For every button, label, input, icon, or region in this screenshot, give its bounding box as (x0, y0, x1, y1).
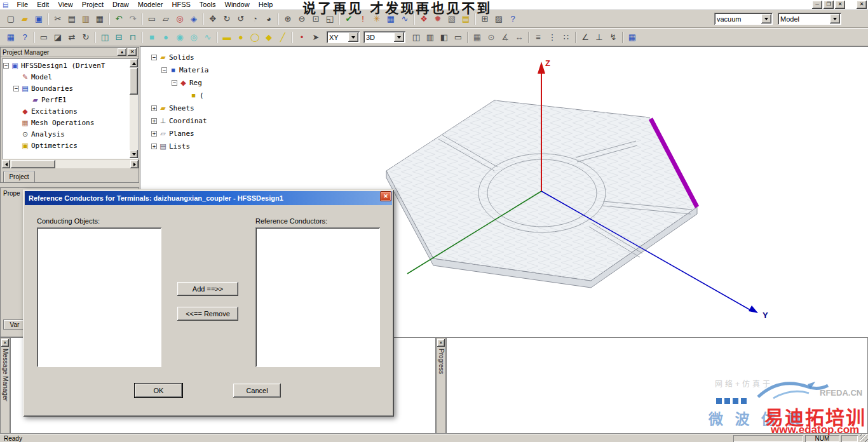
dropdown-arrow-icon[interactable] (761, 14, 771, 23)
progress-content[interactable] (446, 337, 868, 434)
collapse-icon[interactable]: − (13, 86, 19, 91)
scroll-right-arrow[interactable] (130, 160, 139, 168)
table-icon[interactable]: ▦ (625, 31, 639, 44)
tree-item-boundaries[interactable]: −▤Boundaries (3, 83, 129, 94)
grid-icon[interactable]: ▦ (470, 31, 484, 44)
dialog-close-button[interactable]: ✕ (380, 191, 391, 201)
print-icon[interactable]: ▦ (93, 13, 107, 25)
scrollbar-thumb[interactable] (11, 160, 55, 168)
menu-tools[interactable]: Tools (195, 0, 220, 10)
helix-icon[interactable]: ∿ (201, 31, 215, 44)
menu-hfss[interactable]: HFSS (167, 0, 194, 10)
array-icon[interactable]: ∷ (559, 31, 573, 44)
expand-icon[interactable]: + (151, 144, 157, 149)
ok-button[interactable]: OK (135, 384, 182, 398)
expand-icon[interactable]: + (151, 131, 157, 137)
undo-icon[interactable]: ↶ (112, 13, 126, 25)
arrow-icon[interactable]: ➤ (309, 31, 323, 44)
cs-face-icon[interactable]: ⊥ (592, 31, 606, 44)
sphere-icon[interactable]: ◉ (173, 31, 187, 44)
tree-item-lists[interactable]: +▤Lists (151, 140, 214, 152)
tree-item-perfe1[interactable]: ▰PerfE1 (3, 94, 129, 105)
align-icon[interactable]: ≡ (531, 31, 545, 44)
menu-file[interactable]: File (12, 0, 32, 10)
restore-button[interactable]: ❐ (824, 1, 834, 9)
tree-item-excitations[interactable]: ◆Excitations (3, 105, 129, 117)
mode-combobox[interactable]: Model (778, 13, 841, 25)
hfss-help-icon[interactable]: ? (506, 13, 520, 25)
move-icon[interactable]: ⇄ (65, 31, 79, 44)
select-mode-icon[interactable]: ▭ (145, 13, 159, 25)
window-split-icon[interactable]: ◧ (437, 31, 451, 44)
collapse-icon[interactable]: − (172, 80, 177, 86)
select-face-icon[interactable]: ◪ (51, 31, 65, 44)
window-tile-icon[interactable]: ▥ (423, 31, 437, 44)
collapse-icon[interactable]: − (3, 63, 9, 69)
progress-close-button[interactable]: ✕ (437, 339, 445, 347)
scroll-left-arrow[interactable] (2, 160, 10, 168)
conducting-objects-listbox[interactable] (37, 227, 161, 367)
snap-icon[interactable]: ⊙ (484, 31, 498, 44)
save-icon[interactable]: ▣ (32, 13, 46, 25)
tree-item-material[interactable]: −■Materia (151, 64, 214, 76)
dropdown-arrow-icon[interactable] (394, 32, 404, 42)
torus-icon[interactable]: ◎ (187, 31, 201, 44)
rectangle-icon[interactable]: ▬ (220, 31, 234, 44)
scrollbar-thumb[interactable] (130, 68, 138, 95)
open-icon[interactable]: ▰ (18, 13, 32, 25)
intersect-icon[interactable]: ⊓ (126, 31, 140, 44)
menu-modeler[interactable]: Modeler (133, 0, 168, 10)
add-button[interactable]: Add ==>> (177, 282, 238, 296)
menu-edit[interactable]: Edit (32, 0, 53, 10)
rotate-view-icon[interactable]: ↻ (220, 13, 234, 25)
child-close-button[interactable]: ✕ (857, 1, 867, 9)
remove-button[interactable]: <<== Remove (177, 307, 238, 321)
distribute-icon[interactable]: ⋮ (545, 31, 559, 44)
menu-view[interactable]: View (53, 0, 78, 10)
point-icon[interactable]: • (295, 31, 309, 44)
spin-view-icon[interactable]: ◔ (248, 13, 262, 25)
tree-item-analysis[interactable]: ⊙Analysis (3, 128, 129, 140)
whats-this-icon[interactable]: ? (18, 31, 32, 44)
collapse-icon[interactable]: − (151, 55, 157, 60)
menu-draw[interactable]: Draw (108, 0, 133, 10)
cs-relative-icon[interactable]: ↯ (606, 31, 620, 44)
tree-item-planes[interactable]: +▱Planes (151, 127, 214, 140)
tree-item-mesh-operations[interactable]: ▦Mesh Operations (3, 117, 129, 128)
subtract-icon[interactable]: ⊟ (112, 31, 126, 44)
ruler-icon[interactable]: ↔ (512, 31, 526, 44)
panel-collapse-button[interactable]: ▴ (118, 48, 126, 56)
menu-help[interactable]: Help (254, 0, 278, 10)
menu-project[interactable]: Project (78, 0, 108, 10)
tree-item-object[interactable]: ■( (151, 89, 214, 102)
select-object-icon[interactable]: ▭ (37, 31, 51, 44)
maximize-view-icon[interactable]: ▭ (451, 31, 465, 44)
orient-view-icon[interactable]: ◕ (262, 13, 276, 25)
unite-icon[interactable]: ◫ (98, 31, 112, 44)
scroll-up-arrow[interactable] (130, 59, 138, 67)
new-icon[interactable]: ▢ (4, 13, 18, 25)
reference-conductors-listbox[interactable] (255, 227, 380, 367)
tree-item-optimetrics[interactable]: ▣Optimetrics (3, 140, 129, 151)
collapse-icon[interactable]: − (161, 67, 167, 73)
cs-create-icon[interactable]: ∠ (578, 31, 592, 44)
mesh-settings-icon[interactable]: ▨ (492, 13, 506, 25)
menu-window[interactable]: Window (220, 0, 254, 10)
pan-icon[interactable]: ✥ (206, 13, 220, 25)
box-icon[interactable]: ■ (145, 31, 159, 44)
dropdown-arrow-icon[interactable] (830, 14, 840, 23)
circle-icon[interactable]: ● (234, 31, 248, 44)
panel-close-button[interactable]: ✕ (128, 48, 137, 56)
minimize-button[interactable]: ─ (812, 1, 822, 9)
redo-icon[interactable]: ↷ (126, 13, 140, 25)
properties-grid-icon[interactable]: ▦ (4, 31, 18, 44)
resize-grip[interactable] (860, 434, 868, 442)
paste-icon[interactable]: ▥ (79, 13, 93, 25)
tab-project[interactable]: Project (3, 171, 35, 182)
zoom-in-icon[interactable]: ⊕ (281, 13, 295, 25)
ellipse-icon[interactable]: ◯ (248, 31, 262, 44)
copy-icon[interactable]: ▤ (65, 13, 79, 25)
tree-item-hfssdesign1[interactable]: −▣HFSSDesign1 (DrivenT (3, 60, 129, 71)
material-combobox[interactable]: vacuum (714, 13, 773, 25)
cut-icon[interactable]: ✂ (51, 13, 65, 25)
